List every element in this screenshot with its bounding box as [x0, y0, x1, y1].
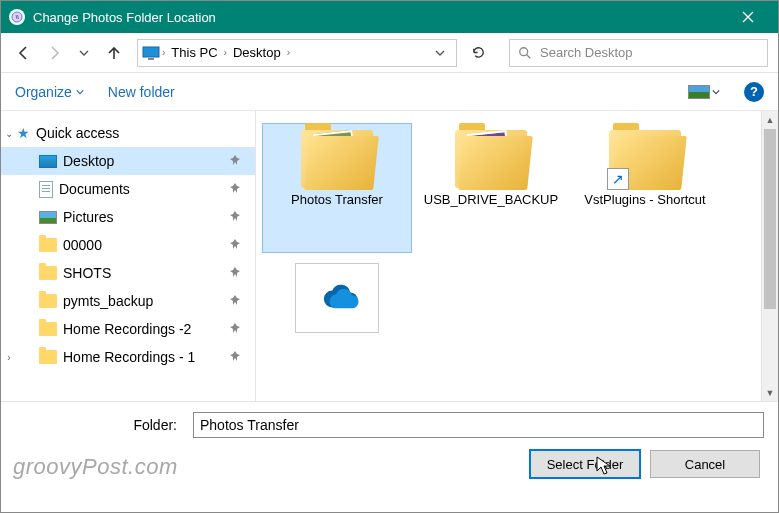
sidebar-item-desktop[interactable]: Desktop	[1, 147, 255, 175]
button-row: Select Folder Cancel	[15, 450, 764, 478]
monitor-icon	[39, 155, 57, 168]
folder-name-row: Folder:	[15, 412, 764, 438]
cloud-icon	[314, 283, 360, 313]
pin-icon	[229, 349, 241, 365]
search-input[interactable]: Search Desktop	[509, 39, 768, 67]
pin-icon	[229, 153, 241, 169]
svg-point-4	[520, 47, 528, 55]
chevron-down-icon	[76, 88, 84, 96]
file-tile-onedrive[interactable]	[262, 257, 412, 347]
file-tile[interactable]: Photos Transfer	[262, 123, 412, 253]
scroll-thumb[interactable]	[764, 129, 776, 309]
back-button[interactable]	[11, 39, 37, 67]
folder-icon	[39, 322, 57, 336]
titlebar: Change Photos Folder Location	[1, 1, 778, 33]
cancel-button[interactable]: Cancel	[650, 450, 760, 478]
file-label: USB_DRIVE_BACKUP	[424, 192, 558, 209]
folder-icon	[39, 238, 57, 252]
nav-bar: › This PC › Desktop › Search Desktop	[1, 33, 778, 73]
help-button[interactable]: ?	[744, 82, 764, 102]
new-folder-button[interactable]: New folder	[108, 84, 175, 100]
sidebar-item-pymts-backup[interactable]: pymts_backup	[1, 287, 255, 315]
sidebar-item-label: Documents	[59, 181, 130, 197]
folder-icon: ↗	[609, 130, 681, 188]
sidebar-item-00000[interactable]: 00000	[1, 231, 255, 259]
address-dropdown[interactable]	[428, 44, 452, 62]
folder-icon	[39, 350, 57, 364]
close-button[interactable]	[725, 1, 770, 33]
sidebar-item-pictures[interactable]: Pictures	[1, 203, 255, 231]
search-icon	[518, 46, 532, 60]
file-label: VstPlugins - Shortcut	[584, 192, 705, 209]
pin-icon	[229, 321, 241, 337]
scroll-down-icon[interactable]: ▼	[762, 384, 778, 401]
pin-icon	[229, 293, 241, 309]
sidebar-item-home-recordings-2[interactable]: Home Recordings -2	[1, 315, 255, 343]
scroll-up-icon[interactable]: ▲	[762, 111, 778, 128]
chevron-down-icon	[712, 88, 720, 96]
sidebar-item-label: 00000	[63, 237, 102, 253]
svg-rect-3	[148, 58, 154, 60]
folder-label: Folder:	[15, 417, 185, 433]
pin-icon	[229, 237, 241, 253]
sidebar-item-shots[interactable]: SHOTS	[1, 259, 255, 287]
sidebar-item-documents[interactable]: Documents	[1, 175, 255, 203]
select-folder-button[interactable]: Select Folder	[530, 450, 640, 478]
sidebar: ⌄ ★ Quick access DesktopDocumentsPicture…	[1, 111, 256, 401]
folder-name-input[interactable]	[193, 412, 764, 438]
pin-icon	[229, 209, 241, 225]
thumbnail-frame	[295, 263, 379, 333]
refresh-button[interactable]	[461, 39, 495, 67]
recent-dropdown[interactable]	[71, 39, 97, 67]
breadcrumb-folder[interactable]: Desktop	[227, 45, 287, 60]
breadcrumb-root[interactable]: This PC	[165, 45, 223, 60]
folder-icon	[39, 294, 57, 308]
bottom-panel: Folder: Select Folder Cancel	[1, 401, 778, 490]
folder-icon	[39, 266, 57, 280]
quick-access-root[interactable]: ⌄ ★ Quick access	[1, 119, 255, 147]
sidebar-item-label: Pictures	[63, 209, 114, 225]
window-title: Change Photos Folder Location	[33, 10, 725, 25]
organize-menu[interactable]: Organize	[15, 84, 84, 100]
sidebar-item-label: Desktop	[63, 153, 114, 169]
body-area: ⌄ ★ Quick access DesktopDocumentsPicture…	[1, 111, 778, 401]
sidebar-item-home-recordings-1[interactable]: ›Home Recordings - 1	[1, 343, 255, 371]
pin-icon	[229, 181, 241, 197]
file-grid[interactable]: Photos TransferUSB_DRIVE_BACKUP↗VstPlugi…	[256, 111, 778, 401]
file-tile[interactable]: USB_DRIVE_BACKUP	[416, 123, 566, 253]
file-tile[interactable]: ↗VstPlugins - Shortcut	[570, 123, 720, 253]
star-icon: ★	[17, 125, 30, 141]
pin-icon	[229, 265, 241, 281]
sidebar-item-label: SHOTS	[63, 265, 111, 281]
file-label: Photos Transfer	[291, 192, 383, 209]
shortcut-overlay-icon: ↗	[607, 168, 629, 190]
search-placeholder: Search Desktop	[540, 45, 633, 60]
pc-icon	[142, 46, 160, 60]
up-button[interactable]	[101, 39, 127, 67]
view-mode-button[interactable]	[688, 85, 720, 99]
collapse-icon[interactable]: ⌄	[3, 128, 15, 139]
chevron-right-icon[interactable]: ›	[287, 47, 290, 58]
sidebar-item-label: Home Recordings -2	[63, 321, 191, 337]
sidebar-item-label: pymts_backup	[63, 293, 153, 309]
view-thumb-icon	[688, 85, 710, 99]
document-icon	[39, 181, 53, 198]
sidebar-item-label: Home Recordings - 1	[63, 349, 195, 365]
toolbar: Organize New folder ?	[1, 73, 778, 111]
folder-icon	[455, 130, 527, 188]
content-scrollbar[interactable]: ▲ ▼	[761, 111, 778, 401]
svg-rect-2	[143, 47, 159, 57]
pictures-icon	[39, 211, 57, 224]
app-icon	[9, 9, 25, 25]
forward-button[interactable]	[41, 39, 67, 67]
address-bar[interactable]: › This PC › Desktop ›	[137, 39, 457, 67]
folder-icon	[301, 130, 373, 188]
expand-icon[interactable]: ›	[3, 352, 15, 363]
